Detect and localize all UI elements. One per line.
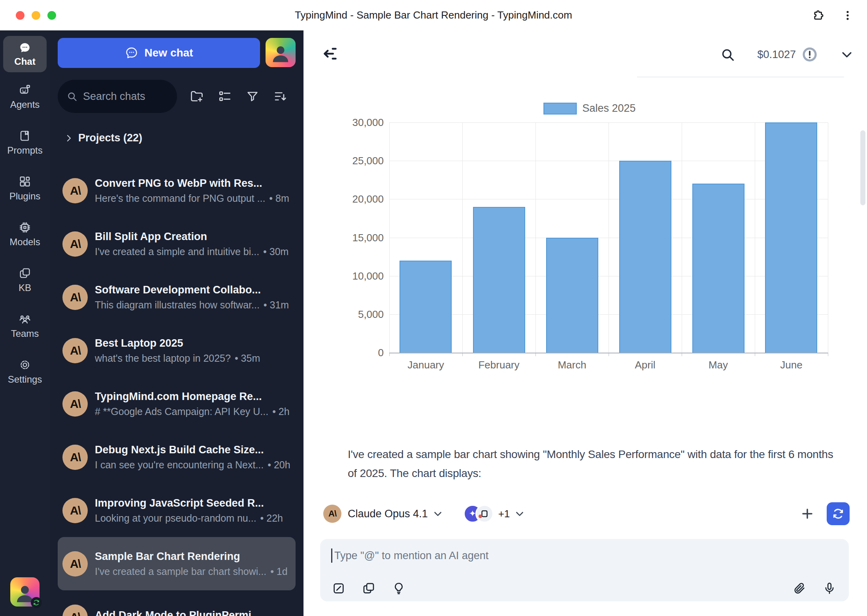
legend-label: Sales 2025 — [582, 102, 635, 115]
chat-list-item[interactable]: A\ Improving JavaScript Seeded R... Look… — [58, 484, 296, 537]
legend-swatch — [543, 103, 577, 115]
attach-paperclip-icon[interactable] — [793, 582, 806, 595]
model-selector[interactable]: Claude Opus 4.1 — [348, 508, 428, 520]
anthropic-avatar: A\ — [62, 178, 88, 203]
regenerate-button[interactable] — [827, 502, 850, 525]
chat-list-item[interactable]: A\ Best Laptop 2025 what's the best lapt… — [58, 324, 296, 377]
new-chat-button[interactable]: New chat — [58, 38, 260, 68]
titlebar: TypingMind - Sample Bar Chart Rendering … — [0, 0, 867, 30]
chat-list-item[interactable]: A\ Software Development Collabo... This … — [58, 270, 296, 324]
gridline-v — [755, 122, 755, 353]
sort-icon[interactable] — [273, 89, 287, 103]
anthropic-avatar: A\ — [62, 551, 88, 577]
cost-warning-icon[interactable] — [801, 46, 818, 63]
gridline-v — [828, 122, 828, 353]
text-cursor — [331, 548, 332, 563]
zoom-window-button[interactable] — [47, 11, 56, 20]
anthropic-avatar: A\ — [62, 391, 88, 417]
sidebar-item-label: Plugins — [9, 191, 41, 202]
anthropic-avatar: A\ — [62, 338, 88, 363]
lightbulb-icon[interactable] — [392, 582, 405, 595]
new-chat-bubble-icon — [125, 46, 138, 60]
traffic-lights — [16, 0, 56, 30]
bulk-select-icon[interactable] — [218, 89, 232, 103]
chat-snippet: # **Google Ads Campaign: API Key U... — [95, 406, 268, 417]
input-placeholder: Type "@" to mention an AI agent — [334, 550, 488, 562]
projects-header-label: Projects (22) — [78, 132, 142, 144]
pages-copy-icon[interactable] — [362, 582, 375, 595]
sidebar-item-teams[interactable]: Teams — [0, 301, 50, 347]
usage-cost[interactable]: $0.1027 — [757, 49, 796, 61]
minimize-window-button[interactable] — [32, 11, 40, 20]
collapse-sidebar-icon[interactable] — [321, 44, 341, 64]
x-axis-tick-label: May — [709, 359, 728, 371]
chat-title: TypingMind.com Homepage Re... — [95, 391, 291, 403]
composer-toolbar: A\ Claude Opus 4.1 ✦ +1 — [323, 501, 850, 526]
plugin-badge-icon — [475, 505, 494, 523]
canvas-edit-icon[interactable] — [332, 582, 345, 595]
gridline-v — [609, 122, 609, 353]
bar-may — [692, 184, 744, 353]
chat-title: Best Laptop 2025 — [95, 337, 291, 349]
user-avatar[interactable] — [10, 577, 40, 607]
message-input[interactable]: Type "@" to mention an AI agent — [320, 539, 849, 601]
chat-list-item[interactable]: A\ Debug Next.js Build Cache Size... I c… — [58, 430, 296, 484]
projects-section-header[interactable]: Projects (22) — [58, 132, 296, 144]
chat-title: Software Development Collabo... — [95, 284, 291, 296]
sidebar-item-plugins[interactable]: Plugins — [0, 164, 50, 210]
chat-list-item[interactable]: A\ Add Dark Mode to PluginPermi... — [58, 590, 296, 616]
plugins-selector[interactable]: ✦ +1 — [464, 505, 510, 523]
y-axis-tick-label: 30,000 — [352, 116, 384, 129]
sidebar-item-models[interactable]: Models — [0, 210, 50, 255]
chat-time: • 1d — [270, 566, 288, 577]
chat-list-item[interactable]: A\ Convert PNG to WebP with Res... Here'… — [58, 164, 296, 217]
sidebar-item-label: Models — [9, 237, 40, 248]
extensions-puzzle-icon[interactable] — [812, 9, 824, 22]
search-icon — [66, 91, 77, 102]
y-axis-tick-label: 25,000 — [352, 155, 384, 167]
axis-tick — [828, 353, 828, 356]
search-chats-input[interactable]: Search chats — [58, 80, 177, 113]
chat-title: Debug Next.js Build Cache Size... — [95, 444, 291, 456]
sidebar-item-label: Prompts — [7, 145, 42, 156]
sidebar-item-prompts[interactable]: Prompts — [0, 118, 50, 164]
chat-snippet: Looking at your pseudo-random nu... — [95, 513, 256, 524]
chat-main-area: $0.1027 Sales — [303, 30, 867, 616]
y-axis-tick-label: 15,000 — [352, 231, 384, 244]
microphone-icon[interactable] — [823, 582, 836, 595]
sidebar-item-label: KB — [19, 282, 31, 293]
chevron-down-icon[interactable] — [515, 509, 525, 519]
gridline-v — [389, 122, 390, 353]
sidebar-item-label: Settings — [8, 374, 42, 385]
chat-list: A\ Convert PNG to WebP with Res... Here'… — [58, 164, 296, 616]
chat-snippet: I've created a simple and intuitive bi..… — [95, 246, 259, 257]
chevron-down-icon[interactable] — [433, 509, 443, 519]
sidebar-item-agents[interactable]: Agents — [0, 72, 50, 118]
model-avatar[interactable]: A\ — [323, 505, 341, 523]
assistant-message: I've created a sample bar chart showing … — [348, 445, 838, 483]
sidebar-item-settings[interactable]: Settings — [0, 347, 50, 393]
bar-april — [619, 161, 671, 353]
sidebar-item-kb[interactable]: KB — [0, 255, 50, 301]
new-message-plus-icon[interactable] — [800, 506, 815, 521]
user-avatar[interactable] — [266, 38, 296, 67]
chat-list-item[interactable]: A\ TypingMind.com Homepage Re... # **Goo… — [58, 377, 296, 430]
chevron-down-icon[interactable] — [840, 48, 854, 61]
chat-time: • 22h — [260, 513, 283, 524]
sidebar-item-chat[interactable]: Chat — [3, 36, 47, 72]
chat-time: • 31m — [264, 299, 289, 311]
chart-legend[interactable]: Sales 2025 — [543, 102, 635, 115]
sidebar-item-label: Teams — [11, 328, 39, 339]
new-folder-icon[interactable] — [190, 89, 204, 103]
chat-snippet: I can see you're encountering a Next... — [95, 459, 264, 471]
search-messages-icon[interactable] — [720, 47, 735, 62]
chat-list-item-selected[interactable]: A\ Sample Bar Chart Rendering I've creat… — [58, 537, 296, 590]
chart-plot: 05,00010,00015,00020,00025,00030,000Janu… — [389, 122, 828, 353]
chat-list-item[interactable]: A\ Bill Split App Creation I've created … — [58, 217, 296, 270]
browser-menu-kebab-icon[interactable] — [842, 9, 854, 21]
close-window-button[interactable] — [16, 11, 25, 20]
teams-icon — [19, 313, 31, 325]
x-axis-tick-label: January — [407, 359, 444, 371]
scrollbar-thumb[interactable] — [860, 130, 865, 205]
filter-icon[interactable] — [246, 90, 259, 103]
